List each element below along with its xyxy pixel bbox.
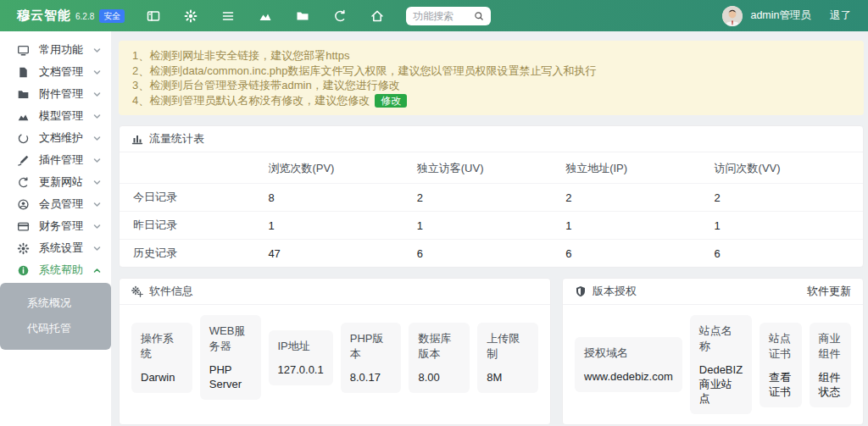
sidebar-item-settings[interactable]: 系统设置 xyxy=(0,237,111,259)
sidebar-item-label: 模型管理 xyxy=(39,108,83,124)
chevron-down-icon xyxy=(93,245,101,252)
loader-icon xyxy=(17,132,30,145)
logout-button[interactable]: 退了 xyxy=(830,8,851,23)
sidebar-item-models[interactable]: 模型管理 xyxy=(0,105,111,127)
chevron-down-icon xyxy=(93,157,101,164)
fix-button[interactable]: 修改 xyxy=(375,94,407,108)
tile-value: 8M xyxy=(487,370,529,385)
security-badge: 安全 xyxy=(99,9,125,23)
software-update-link[interactable]: 软件更新 xyxy=(807,284,851,299)
tile-value: DedeBIZ商业站点 xyxy=(699,362,743,406)
sidebar-toggle-icon[interactable] xyxy=(147,9,160,23)
license-tiles: 授权域名 www.dedebiz.com 站点名称 DedeBIZ商业站点 站点… xyxy=(563,305,863,424)
chevron-down-icon xyxy=(93,47,101,54)
tile-label: 站点名称 xyxy=(699,324,743,354)
chevron-down-icon xyxy=(93,201,101,208)
card-title: 流量统计表 xyxy=(149,131,204,147)
gears-icon xyxy=(131,285,143,297)
software-tile-os: 操作系统 Darwin xyxy=(131,323,192,393)
component-status-link[interactable]: 组件状态 xyxy=(819,370,842,399)
info-icon xyxy=(17,264,30,277)
col-header-vv: 访问次数(VV) xyxy=(715,152,863,184)
username[interactable]: admin管理员 xyxy=(750,8,811,23)
monitor-icon xyxy=(17,44,30,57)
sidebar-item-label: 文档管理 xyxy=(39,64,83,80)
chevron-down-icon xyxy=(93,69,101,76)
cell-value: 2 xyxy=(715,184,863,212)
gear-icon xyxy=(17,242,30,255)
bar-chart-icon xyxy=(131,133,143,145)
traffic-stats-card: 流量统计表 浏览次数(PV) 独立访客(UV) 独立地址(IP) 访问次数(VV… xyxy=(119,125,864,268)
sidebar-item-label: 财务管理 xyxy=(39,219,83,234)
software-info-header: 软件信息 xyxy=(120,279,550,305)
cell-value: 2 xyxy=(565,184,714,212)
refresh-icon xyxy=(17,176,30,189)
software-tile-php: PHP版本 8.0.17 xyxy=(341,323,402,393)
tile-value: PHP Server xyxy=(209,362,252,391)
chart-icon xyxy=(17,110,30,123)
traffic-table: 浏览次数(PV) 独立访客(UV) 独立地址(IP) 访问次数(VV) 今日记录… xyxy=(120,152,863,267)
tile-label: WEB服务器 xyxy=(209,324,252,354)
tile-label: 数据库版本 xyxy=(418,331,460,362)
alert-line-text: 4、检测到管理员默认名称没有修改，建议您修改 xyxy=(132,94,370,107)
col-header-uv: 独立访客(UV) xyxy=(417,152,565,184)
cell-value: 1 xyxy=(715,212,863,240)
cell-value: 6 xyxy=(565,240,714,268)
plugin-icon xyxy=(17,154,30,167)
sidebar-item-maintenance[interactable]: 文档维护 xyxy=(0,127,111,149)
card-title: 版本授权 xyxy=(593,284,637,299)
sidebar-item-common[interactable]: 常用功能 xyxy=(0,39,111,61)
software-tile-webserver: WEB服务器 PHP Server xyxy=(200,315,261,400)
view-cert-link[interactable]: 查看证书 xyxy=(769,370,792,399)
card-title: 软件信息 xyxy=(149,284,193,299)
home-icon[interactable] xyxy=(370,9,384,23)
shield-icon xyxy=(575,285,587,297)
sidebar-item-attachments[interactable]: 附件管理 xyxy=(0,83,111,105)
sidebar-item-documents[interactable]: 文档管理 xyxy=(0,61,111,83)
sidebar-item-label: 系统设置 xyxy=(39,241,83,256)
tile-value: www.dedebiz.com xyxy=(584,369,673,384)
cell-value: 47 xyxy=(268,240,416,268)
sidebar-item-finance[interactable]: 财务管理 xyxy=(0,215,111,237)
brand-version: 6.2.8 xyxy=(75,12,94,21)
menu-icon[interactable] xyxy=(221,9,235,23)
sidebar-subitem-overview[interactable]: 系统概况 xyxy=(0,290,111,316)
cell-value: 6 xyxy=(417,240,565,268)
refresh-icon[interactable] xyxy=(333,9,347,23)
gear-icon[interactable] xyxy=(184,9,198,23)
table-row: 昨日记录 1 1 1 1 xyxy=(120,212,863,240)
folder-icon xyxy=(17,88,30,101)
chart-icon[interactable] xyxy=(259,9,272,23)
topbar-nav xyxy=(147,9,384,23)
sidebar-item-label: 附件管理 xyxy=(39,86,83,102)
tile-value: 8.00 xyxy=(418,370,460,385)
tile-label: 授权域名 xyxy=(584,346,673,361)
tile-value: Darwin xyxy=(141,370,183,385)
search-input[interactable] xyxy=(413,10,474,22)
sidebar-subitem-code-hosting[interactable]: 代码托管 xyxy=(0,316,111,341)
topbar-user-area: admin管理员 退了 xyxy=(722,6,851,26)
sidebar-item-help[interactable]: 系统帮助 xyxy=(0,259,111,281)
sidebar-item-label: 会员管理 xyxy=(39,196,83,212)
col-header-blank xyxy=(120,152,268,184)
alert-line: 1、检测到网址非安全链接，建议您部署https xyxy=(132,48,850,64)
row-label: 历史记录 xyxy=(120,240,268,268)
sidebar-item-label: 系统帮助 xyxy=(39,263,83,278)
table-row: 历史记录 47 6 6 6 xyxy=(120,240,863,268)
sidebar-item-label: 更新网站 xyxy=(39,174,83,190)
software-tile-ip: IP地址 127.0.0.1 xyxy=(269,330,333,385)
tile-label: 商业组件 xyxy=(819,331,842,362)
search-icon[interactable] xyxy=(474,11,484,21)
traffic-stats-header: 流量统计表 xyxy=(120,126,863,152)
sidebar-item-members[interactable]: 会员管理 xyxy=(0,193,111,215)
sidebar-item-label: 文档维护 xyxy=(39,130,83,146)
sidebar-item-label: 插件管理 xyxy=(39,152,83,168)
brand[interactable]: 穆云智能 6.2.8 安全 xyxy=(17,8,125,24)
sidebar-item-plugins[interactable]: 插件管理 xyxy=(0,149,111,171)
tile-label: 上传限制 xyxy=(487,331,529,362)
topbar: 穆云智能 6.2.8 安全 xyxy=(0,0,868,31)
sidebar-item-update-site[interactable]: 更新网站 xyxy=(0,171,111,193)
folder-icon[interactable] xyxy=(296,9,309,23)
sidebar-item-label: 常用功能 xyxy=(39,42,83,58)
avatar[interactable] xyxy=(722,6,743,26)
